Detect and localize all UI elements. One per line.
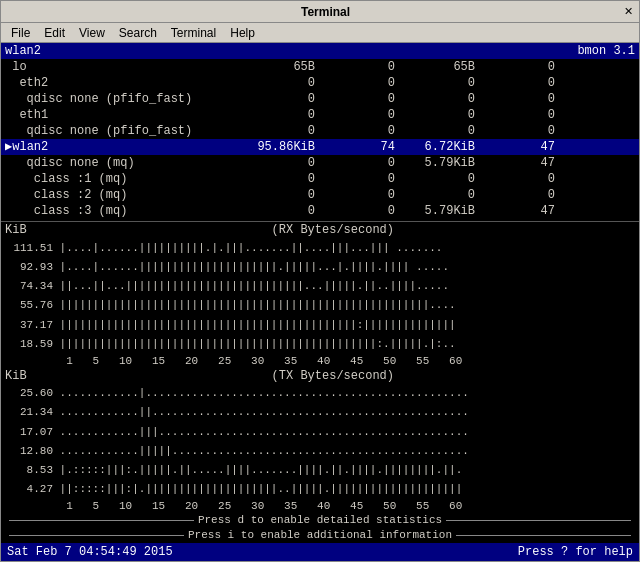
graph-label: 92.93	[5, 260, 53, 274]
table-row[interactable]: qdisc none (pfifo_fast)0000	[1, 123, 639, 139]
graph-label: 21.34	[5, 405, 53, 419]
net-name: qdisc none (pfifo_fast)	[5, 91, 235, 107]
net-name: qdisc none (mq)	[5, 155, 235, 171]
net-col4: 0	[475, 107, 555, 123]
graph-label: 55.76	[5, 298, 53, 312]
net-col3: 65B	[395, 59, 475, 75]
graph-label: 17.07	[5, 425, 53, 439]
table-row[interactable]: class :2 (mq)0000	[1, 187, 639, 203]
graph-bar: ............|...........................…	[53, 386, 635, 400]
list-item: 4.27 ||:::::|||:|.||||||||||||||||||||..…	[5, 482, 635, 496]
net-name: eth1	[5, 107, 235, 123]
net-col3: 0	[395, 123, 475, 139]
network-table: lo65B065B0 eth20000 qdisc none (pfifo_fa…	[1, 59, 639, 222]
title-bar: Terminal ✕	[1, 1, 639, 23]
net-col3: 0	[395, 187, 475, 203]
list-item: 74.34 ||...||...||||||||||||||||||||||||…	[5, 279, 635, 293]
table-row[interactable]: lo65B065B0	[1, 59, 639, 75]
menu-edit[interactable]: Edit	[38, 25, 71, 41]
net-col3: 0	[395, 91, 475, 107]
rx-graph-area: 111.51 |....|......||||||||||.|.|||.....…	[1, 238, 639, 354]
list-item: 55.76 ||||||||||||||||||||||||||||||||||…	[5, 298, 635, 312]
table-row[interactable]: class :1 (mq)0000	[1, 171, 639, 187]
graph-bar: ............|||||.......................…	[53, 444, 635, 458]
graph-bar: ||...||...|||||||||||||||||||||||||||...…	[53, 279, 635, 293]
rx-x-axis: 1 5 10 15 20 25 30 35 40 45 50 55 60	[1, 354, 639, 368]
graph-bar: |.:::::|||:.|||||.||.....||||.......||||…	[53, 463, 635, 477]
menu-terminal[interactable]: Terminal	[165, 25, 222, 41]
graph-label: 12.80	[5, 444, 53, 458]
net-col4: 47	[475, 155, 555, 171]
graph-bar: ||:::::|||:|.||||||||||||||||||||..|||||…	[53, 482, 635, 496]
net-col2: 0	[315, 59, 395, 75]
net-col1: 0	[235, 75, 315, 91]
graph-bar: |....|......||||||||||.|.|||.......||...…	[53, 241, 635, 255]
menu-file[interactable]: File	[5, 25, 36, 41]
net-name: eth2	[5, 75, 235, 91]
tx-header: KiB (TX Bytes/second)	[1, 368, 639, 384]
graph-bar: ............|||.........................…	[53, 425, 635, 439]
list-item: 12.80 ............|||||.................…	[5, 444, 635, 458]
tx-graph-block: KiB (TX Bytes/second) 25.60 ............…	[1, 368, 639, 514]
net-col1: 65B	[235, 59, 315, 75]
net-name: lo	[5, 59, 235, 75]
window-title: Terminal	[27, 5, 624, 19]
net-col4: 0	[475, 91, 555, 107]
net-col2: 0	[315, 187, 395, 203]
status-help: Press ? for help	[518, 545, 633, 559]
press-info: Press d to enable detailed statistics Pr…	[1, 513, 639, 543]
net-col2: 0	[315, 107, 395, 123]
table-row[interactable]: qdisc none (mq)005.79KiB47	[1, 155, 639, 171]
list-item: 8.53 |.:::::|||:.|||||.||.....||||......…	[5, 463, 635, 477]
net-col3: 0	[395, 171, 475, 187]
terminal-window: Terminal ✕ File Edit View Search Termina…	[0, 0, 640, 562]
tx-x-axis: 1 5 10 15 20 25 30 35 40 45 50 55 60	[1, 499, 639, 513]
status-bar: Sat Feb 7 04:54:49 2015 Press ? for help	[1, 543, 639, 561]
list-item: 21.34 ............||....................…	[5, 405, 635, 419]
close-button[interactable]: ✕	[624, 5, 633, 18]
net-col2: 74	[315, 139, 395, 155]
graph-label: 37.17	[5, 318, 53, 332]
net-col1: 0	[235, 171, 315, 187]
graph-bar: ............||..........................…	[53, 405, 635, 419]
list-item: 17.07 ............|||...................…	[5, 425, 635, 439]
menu-view[interactable]: View	[73, 25, 111, 41]
net-col2: 0	[315, 75, 395, 91]
net-col2: 0	[315, 123, 395, 139]
net-name: class :1 (mq)	[5, 171, 235, 187]
net-col4: 0	[475, 123, 555, 139]
status-datetime: Sat Feb 7 04:54:49 2015	[7, 545, 173, 559]
table-row[interactable]: eth20000	[1, 75, 639, 91]
table-row[interactable]: ▶wlan295.86KiB746.72KiB47	[1, 139, 639, 155]
terminal-content: wlan2 bmon 3.1 lo65B065B0 eth20000 qdisc…	[1, 43, 639, 561]
menu-search[interactable]: Search	[113, 25, 163, 41]
table-row[interactable]: qdisc none (pfifo_fast)0000	[1, 91, 639, 107]
graph-bar: ||||||||||||||||||||||||||||||||||||||||…	[53, 298, 635, 312]
rx-header: KiB (RX Bytes/second)	[1, 222, 639, 238]
graph-bar: ||||||||||||||||||||||||||||||||||||||||…	[53, 318, 635, 332]
net-col4: 0	[475, 59, 555, 75]
table-row[interactable]: class :3 (mq)005.79KiB47	[1, 203, 639, 219]
net-col2: 0	[315, 91, 395, 107]
graph-bar: ||||||||||||||||||||||||||||||||||||||||…	[53, 337, 635, 351]
graph-label: 18.59	[5, 337, 53, 351]
net-col4: 0	[475, 75, 555, 91]
net-col1: 0	[235, 91, 315, 107]
bmon-version: bmon 3.1	[577, 44, 635, 58]
net-name: class :2 (mq)	[5, 187, 235, 203]
graph-section: KiB (RX Bytes/second) 111.51 |....|.....…	[1, 222, 639, 543]
net-col3: 0	[395, 107, 475, 123]
net-col4: 0	[475, 171, 555, 187]
net-col3: 5.79KiB	[395, 155, 475, 171]
net-col1: 0	[235, 187, 315, 203]
graph-label: 8.53	[5, 463, 53, 477]
net-name: class :3 (mq)	[5, 203, 235, 219]
table-row[interactable]: eth10000	[1, 107, 639, 123]
net-col3: 5.79KiB	[395, 203, 475, 219]
net-col2: 0	[315, 203, 395, 219]
menu-help[interactable]: Help	[224, 25, 261, 41]
net-col1: 0	[235, 123, 315, 139]
tx-graph-area: 25.60 ............|.....................…	[1, 384, 639, 500]
net-col3: 6.72KiB	[395, 139, 475, 155]
net-col4: 0	[475, 187, 555, 203]
